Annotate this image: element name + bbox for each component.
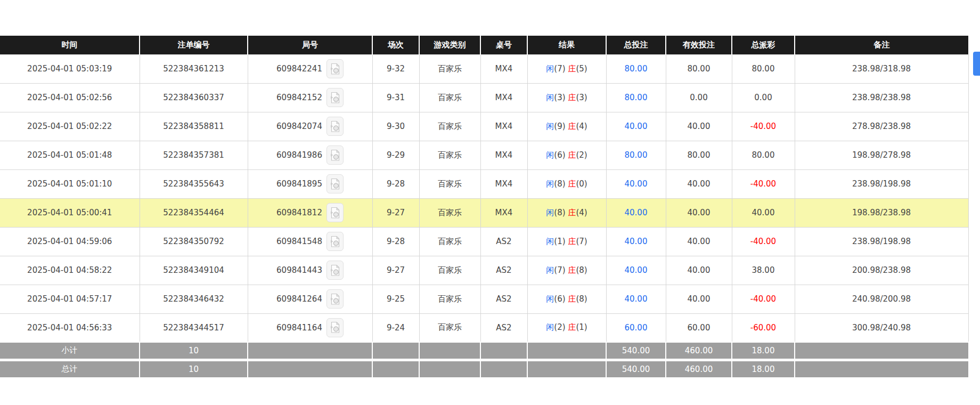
- cell-session: 9-30: [372, 112, 419, 141]
- table-row[interactable]: 2025-04-01 04:56:33 522384344517 6098411…: [0, 313, 968, 342]
- cell-result: 闲(8) 庄(4): [527, 198, 606, 227]
- table-row[interactable]: 2025-04-01 05:02:22 522384358811 6098420…: [0, 112, 968, 141]
- table-row[interactable]: 2025-04-01 05:03:19 522384361213 6098422…: [0, 54, 968, 83]
- cell-round-no: 609842152: [248, 83, 372, 112]
- cell-total-bet[interactable]: 80.00: [606, 141, 666, 169]
- banker-score: (3): [576, 93, 587, 102]
- cell-session: 9-28: [372, 169, 419, 198]
- cell-time: 2025-04-01 05:02:56: [0, 83, 140, 112]
- cell-remark: 198.98/278.98: [795, 141, 968, 169]
- cell-total-bet[interactable]: 40.00: [606, 227, 666, 256]
- banker-label: 庄: [568, 265, 576, 275]
- video-replay-button[interactable]: [326, 145, 344, 165]
- table-row[interactable]: 2025-04-01 04:59:06 522384350792 6098415…: [0, 227, 968, 256]
- banker-label: 庄: [568, 294, 576, 304]
- cell-valid-bet: 40.00: [666, 198, 732, 227]
- player-label: 闲: [546, 150, 554, 160]
- video-replay-button[interactable]: [326, 88, 344, 107]
- video-replay-button[interactable]: [326, 117, 344, 136]
- table-row[interactable]: 2025-04-01 05:01:48 522384357381 6098419…: [0, 141, 968, 169]
- cell-round-no: 609841443: [248, 256, 372, 285]
- cell-total-payout: 38.00: [732, 256, 795, 285]
- cell-game-type: 百家乐: [419, 313, 480, 342]
- table-row[interactable]: 2025-04-01 05:02:56 522384360337 6098421…: [0, 83, 968, 112]
- player-score: (6): [554, 294, 565, 304]
- video-replay-button[interactable]: [326, 232, 344, 251]
- partial-button-top-right[interactable]: [973, 52, 980, 76]
- video-replay-button[interactable]: [326, 59, 344, 78]
- bet-records-page: 时间 注单编号 局号 场次 游戏类别 桌号 结果 总投注 有效投注 总派彩 备注…: [0, 36, 980, 405]
- cell-result: 闲(2) 庄(1): [527, 313, 606, 342]
- cell-round-no: 609841164: [248, 313, 372, 342]
- table-row[interactable]: 2025-04-01 05:00:41 522384354464 6098418…: [0, 198, 968, 227]
- cell-table-no: AS2: [480, 227, 527, 256]
- cell-bet-no: 522384358811: [140, 112, 248, 141]
- banker-score: (7): [576, 237, 587, 246]
- cell-total-bet[interactable]: 40.00: [606, 112, 666, 141]
- video-replay-button[interactable]: [326, 203, 344, 222]
- grand-total-valid-bet: 460.00: [666, 360, 732, 377]
- player-label: 闲: [546, 208, 554, 217]
- player-label: 闲: [546, 265, 554, 275]
- cell-remark: 240.98/200.98: [795, 285, 968, 313]
- table-row[interactable]: 2025-04-01 04:57:17 522384346432 6098412…: [0, 285, 968, 313]
- player-score: (7): [554, 265, 565, 275]
- cell-valid-bet: 40.00: [666, 256, 732, 285]
- cell-total-bet[interactable]: 80.00: [606, 83, 666, 112]
- cell-round-no: 609841264: [248, 285, 372, 313]
- cell-total-bet[interactable]: 40.00: [606, 256, 666, 285]
- video-replay-icon: [330, 321, 340, 334]
- cell-valid-bet: 40.00: [666, 169, 732, 198]
- cell-round-no: 609841895: [248, 169, 372, 198]
- cell-total-payout: -40.00: [732, 227, 795, 256]
- cell-bet-no: 522384355643: [140, 169, 248, 198]
- cell-session: 9-24: [372, 313, 419, 342]
- col-header-remark: 备注: [795, 36, 968, 54]
- banker-label: 庄: [568, 93, 576, 102]
- video-replay-icon: [330, 149, 340, 161]
- grand-total-total-payout: 18.00: [732, 360, 795, 377]
- cell-total-bet[interactable]: 80.00: [606, 54, 666, 83]
- cell-time: 2025-04-01 05:03:19: [0, 54, 140, 83]
- cell-round-no: 609841548: [248, 227, 372, 256]
- cell-table-no: MX4: [480, 169, 527, 198]
- cell-time: 2025-04-01 04:58:22: [0, 256, 140, 285]
- video-replay-button[interactable]: [326, 261, 344, 280]
- video-replay-button[interactable]: [326, 318, 344, 337]
- player-score: (8): [554, 179, 565, 189]
- cell-game-type: 百家乐: [419, 54, 480, 83]
- cell-result: 闲(7) 庄(8): [527, 256, 606, 285]
- cell-table-no: MX4: [480, 83, 527, 112]
- cell-total-bet[interactable]: 40.00: [606, 198, 666, 227]
- col-header-round-no: 局号: [248, 36, 372, 54]
- cell-total-bet[interactable]: 60.00: [606, 313, 666, 342]
- video-replay-button[interactable]: [326, 174, 344, 193]
- cell-total-payout: 40.00: [732, 198, 795, 227]
- cell-valid-bet: 0.00: [666, 83, 732, 112]
- cell-total-payout: -60.00: [732, 313, 795, 342]
- col-header-game-type: 游戏类别: [419, 36, 480, 54]
- table-row[interactable]: 2025-04-01 04:58:22 522384349104 6098414…: [0, 256, 968, 285]
- cell-total-payout: -40.00: [732, 169, 795, 198]
- player-label: 闲: [546, 179, 554, 189]
- cell-result: 闲(9) 庄(4): [527, 112, 606, 141]
- cell-bet-no: 522384361213: [140, 54, 248, 83]
- cell-total-bet[interactable]: 40.00: [606, 285, 666, 313]
- table-header: 时间 注单编号 局号 场次 游戏类别 桌号 结果 总投注 有效投注 总派彩 备注: [0, 36, 968, 54]
- cell-remark: 238.98/238.98: [795, 83, 968, 112]
- banker-label: 庄: [568, 64, 576, 74]
- cell-session: 9-27: [372, 198, 419, 227]
- banker-score: (4): [576, 208, 587, 217]
- cell-round-no: 609842074: [248, 112, 372, 141]
- cell-bet-no: 522384357381: [140, 141, 248, 169]
- cell-table-no: MX4: [480, 198, 527, 227]
- grand-total-total-bet: 540.00: [606, 360, 666, 377]
- cell-time: 2025-04-01 04:57:17: [0, 285, 140, 313]
- table-row[interactable]: 2025-04-01 05:01:10 522384355643 6098418…: [0, 169, 968, 198]
- round-number: 609841264: [276, 294, 322, 304]
- video-replay-button[interactable]: [326, 289, 344, 309]
- col-header-time: 时间: [0, 36, 140, 54]
- cell-total-bet[interactable]: 40.00: [606, 169, 666, 198]
- banker-label: 庄: [568, 179, 576, 189]
- video-replay-icon: [330, 236, 340, 248]
